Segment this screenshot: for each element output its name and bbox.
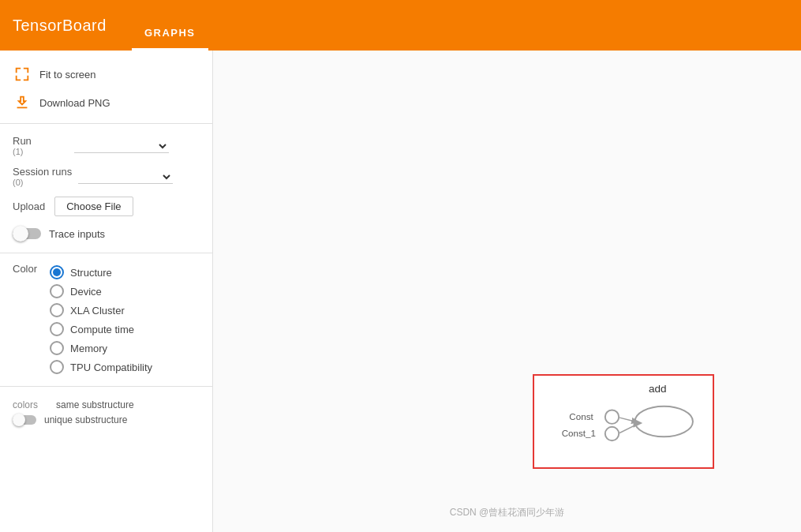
sidebar: Fit to screen Download PNG Run (1) — [0, 51, 213, 532]
const1-node — [605, 427, 619, 440]
divider-2 — [0, 253, 212, 253]
session-runs-row: Session runs (0) — [0, 161, 212, 192]
color-option-xla[interactable]: XLA Cluster — [50, 301, 152, 320]
divider-3 — [0, 386, 212, 387]
const-label: Const — [569, 411, 593, 421]
radio-memory — [50, 341, 64, 355]
run-row: Run (1) — [0, 130, 212, 161]
download-icon — [13, 93, 32, 112]
trace-inputs-row: Trace inputs — [0, 221, 212, 246]
choose-file-button[interactable]: Choose File — [54, 197, 133, 216]
colors-label: colors — [13, 399, 48, 410]
same-substructure-row: colors same substructure — [13, 398, 200, 412]
trace-inputs-label: Trace inputs — [49, 228, 105, 240]
connector-1 — [619, 418, 634, 421]
upload-label: Upload — [13, 200, 45, 212]
color-device-label: Device — [70, 286, 102, 298]
color-options: Structure Device XLA Cluster — [50, 263, 152, 377]
const-node — [605, 410, 619, 424]
radio-tpu — [50, 360, 64, 374]
radio-structure — [50, 265, 64, 279]
color-option-memory[interactable]: Memory — [50, 339, 152, 358]
connector-2 — [619, 425, 634, 433]
radio-inner — [53, 268, 61, 276]
color-option-device[interactable]: Device — [50, 282, 152, 301]
fit-to-screen-item[interactable]: Fit to screen — [0, 60, 212, 88]
color-option-structure[interactable]: Structure — [50, 263, 152, 282]
graph-svg: add Const Const_1 — [534, 376, 713, 467]
divider-1 — [0, 123, 212, 124]
run-label: Run (1) — [13, 135, 68, 156]
app-title: TensorBoard — [13, 17, 107, 35]
session-runs-select[interactable] — [78, 170, 173, 184]
header-nav: GRAPHS — [132, 0, 208, 51]
color-structure-label: Structure — [70, 267, 112, 279]
fit-to-screen-icon — [13, 65, 32, 84]
colors-legend-section: colors same substructure unique substruc… — [0, 393, 212, 433]
unique-substructure-toggle[interactable] — [13, 414, 36, 426]
same-substructure-label: same substructure — [56, 399, 134, 410]
small-toggle-thumb — [13, 414, 25, 426]
nav-graphs[interactable]: GRAPHS — [132, 27, 208, 51]
unique-substructure-label: unique substructure — [44, 414, 127, 425]
const1-label: Const_1 — [562, 428, 596, 438]
download-png-item[interactable]: Download PNG — [0, 88, 212, 117]
color-memory-label: Memory — [70, 343, 107, 354]
run-select[interactable] — [74, 139, 169, 153]
download-png-label: Download PNG — [39, 97, 110, 109]
color-option-tpu[interactable]: TPU Compatibility — [50, 358, 152, 377]
trace-inputs-toggle[interactable] — [13, 226, 41, 242]
graph-node-box: add Const Const_1 — [533, 374, 714, 469]
radio-compute — [50, 322, 64, 336]
upload-row: Upload Choose File — [0, 192, 212, 221]
color-label: Color — [13, 263, 37, 275]
radio-xla — [50, 303, 64, 317]
color-tpu-label: TPU Compatibility — [70, 362, 152, 373]
watermark: CSDN @曾桂花酒同少年游 — [450, 506, 565, 519]
color-section: Color Structure Device — [0, 260, 212, 380]
session-runs-label: Session runs (0) — [13, 166, 72, 187]
main-content: add Const Const_1 — [213, 51, 801, 532]
add-label: add — [649, 383, 667, 395]
unique-substructure-row: unique substructure — [13, 412, 200, 428]
color-xla-label: XLA Cluster — [70, 305, 125, 317]
arrow-head — [634, 418, 643, 428]
toggle-thumb — [13, 226, 28, 242]
header: TensorBoard GRAPHS — [0, 0, 801, 51]
add-node — [635, 406, 693, 437]
color-option-compute[interactable]: Compute time — [50, 320, 152, 339]
color-compute-label: Compute time — [70, 324, 134, 335]
radio-device — [50, 284, 64, 298]
fit-to-screen-label: Fit to screen — [39, 69, 96, 81]
main-layout: Fit to screen Download PNG Run (1) — [0, 51, 801, 532]
graph-area: add Const Const_1 — [213, 51, 801, 532]
